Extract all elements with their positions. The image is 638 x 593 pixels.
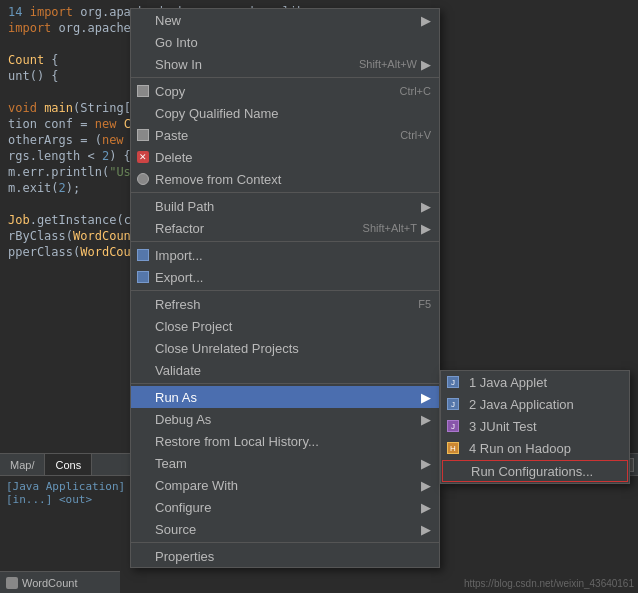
- arrow-icon: ▶: [421, 500, 431, 515]
- menu-item-label: Delete: [155, 150, 193, 165]
- menu-item-label: Refresh: [155, 297, 201, 312]
- menu-item-label: Go Into: [155, 35, 198, 50]
- menu-item-label: Copy: [155, 84, 185, 99]
- remove-icon: [135, 171, 151, 187]
- tab-console[interactable]: Cons: [45, 454, 92, 475]
- menu-item-label: Paste: [155, 128, 188, 143]
- import-icon: [135, 247, 151, 263]
- context-menu: New ▶ Go Into Show In Shift+Alt+W ▶ Copy…: [130, 8, 440, 568]
- tab-label: Cons: [55, 459, 81, 471]
- menu-item-label: Team: [155, 456, 187, 471]
- menu-item-run-hadoop[interactable]: H 4 Run on Hadoop: [441, 437, 629, 459]
- menu-item-build-path[interactable]: Build Path ▶: [131, 195, 439, 217]
- shortcut-label: Shift+Alt+W: [359, 58, 417, 70]
- menu-item-label: 1 Java Applet: [469, 375, 547, 390]
- menu-item-label: Restore from Local History...: [155, 434, 319, 449]
- menu-item-label: 3 JUnit Test: [469, 419, 537, 434]
- separator: [131, 192, 439, 193]
- arrow-icon: ▶: [421, 412, 431, 427]
- menu-item-source[interactable]: Source ▶: [131, 518, 439, 540]
- separator: [131, 241, 439, 242]
- menu-item-label: Close Unrelated Projects: [155, 341, 299, 356]
- watermark: https://blog.csdn.net/weixin_43640161: [460, 576, 638, 591]
- shortcut-label: Ctrl+C: [400, 85, 431, 97]
- tab-label: Map/: [10, 459, 34, 471]
- submenu-run-as: J 1 Java Applet J 2 Java Application J 3…: [440, 370, 630, 484]
- separator: [131, 77, 439, 78]
- project-label: WordCount: [22, 577, 77, 589]
- menu-item-copy[interactable]: Copy Ctrl+C: [131, 80, 439, 102]
- menu-item-refresh[interactable]: Refresh F5: [131, 293, 439, 315]
- menu-item-label: 4 Run on Hadoop: [469, 441, 571, 456]
- shortcut-label: F5: [418, 298, 431, 310]
- copy-icon: [135, 83, 151, 99]
- separator: [131, 290, 439, 291]
- menu-item-label: Close Project: [155, 319, 232, 334]
- menu-item-remove[interactable]: Remove from Context: [131, 168, 439, 190]
- menu-item-label: Compare With: [155, 478, 238, 493]
- menu-item-label: Copy Qualified Name: [155, 106, 279, 121]
- menu-item-run-as[interactable]: Run As ▶: [131, 386, 439, 408]
- menu-item-refactor[interactable]: Refactor Shift+Alt+T ▶: [131, 217, 439, 239]
- console-text: [in...] <out>: [6, 493, 92, 506]
- arrow-icon: ▶: [421, 390, 431, 405]
- arrow-icon: ▶: [421, 221, 431, 236]
- menu-item-label: Show In: [155, 57, 202, 72]
- menu-item-run-configurations[interactable]: Run Configurations...: [442, 460, 628, 482]
- menu-item-validate[interactable]: Validate: [131, 359, 439, 381]
- menu-item-label: Run Configurations...: [471, 464, 593, 479]
- hadoop-icon: H: [445, 440, 461, 456]
- menu-item-show-in[interactable]: Show In Shift+Alt+W ▶: [131, 53, 439, 75]
- arrow-icon: ▶: [421, 522, 431, 537]
- arrow-icon: ▶: [421, 57, 431, 72]
- tab-map[interactable]: Map/: [0, 454, 45, 475]
- menu-item-label: Remove from Context: [155, 172, 281, 187]
- menu-item-restore[interactable]: Restore from Local History...: [131, 430, 439, 452]
- menu-item-label: Refactor: [155, 221, 204, 236]
- menu-item-import[interactable]: Import...: [131, 244, 439, 266]
- menu-item-label: Run As: [155, 390, 197, 405]
- menu-item-label: Export...: [155, 270, 203, 285]
- export-icon: [135, 269, 151, 285]
- menu-item-paste[interactable]: Paste Ctrl+V: [131, 124, 439, 146]
- arrow-icon: ▶: [421, 478, 431, 493]
- separator: [131, 383, 439, 384]
- menu-item-go-into[interactable]: Go Into: [131, 31, 439, 53]
- menu-item-label: Build Path: [155, 199, 214, 214]
- menu-item-compare[interactable]: Compare With ▶: [131, 474, 439, 496]
- menu-item-debug-as[interactable]: Debug As ▶: [131, 408, 439, 430]
- arrow-icon: ▶: [421, 199, 431, 214]
- menu-item-label: Debug As: [155, 412, 211, 427]
- menu-item-team[interactable]: Team ▶: [131, 452, 439, 474]
- watermark-text: https://blog.csdn.net/weixin_43640161: [464, 578, 634, 589]
- delete-icon: ✕: [135, 149, 151, 165]
- menu-item-label: Configure: [155, 500, 211, 515]
- menu-item-label: 2 Java Application: [469, 397, 574, 412]
- menu-item-junit-test[interactable]: J 3 JUnit Test: [441, 415, 629, 437]
- menu-item-properties[interactable]: Properties: [131, 545, 439, 567]
- menu-item-new[interactable]: New ▶: [131, 9, 439, 31]
- menu-item-delete[interactable]: ✕ Delete: [131, 146, 439, 168]
- menu-item-java-application[interactable]: J 2 Java Application: [441, 393, 629, 415]
- menu-item-configure[interactable]: Configure ▶: [131, 496, 439, 518]
- java-applet-icon: J: [445, 374, 461, 390]
- arrow-icon: ▶: [421, 13, 431, 28]
- project-icon: [6, 577, 18, 589]
- menu-item-close-unrelated[interactable]: Close Unrelated Projects: [131, 337, 439, 359]
- menu-item-export[interactable]: Export...: [131, 266, 439, 288]
- shortcut-label: Shift+Alt+T: [363, 222, 417, 234]
- arrow-icon: ▶: [421, 456, 431, 471]
- menu-item-java-applet[interactable]: J 1 Java Applet: [441, 371, 629, 393]
- menu-item-label: Source: [155, 522, 196, 537]
- junit-icon: J: [445, 418, 461, 434]
- separator: [131, 542, 439, 543]
- menu-item-label: Validate: [155, 363, 201, 378]
- menu-item-label: Import...: [155, 248, 203, 263]
- menu-item-label: Properties: [155, 549, 214, 564]
- menu-item-copy-qualified[interactable]: Copy Qualified Name: [131, 102, 439, 124]
- java-app-icon: J: [445, 396, 461, 412]
- menu-item-label: New: [155, 13, 181, 28]
- menu-item-close-project[interactable]: Close Project: [131, 315, 439, 337]
- footer-project: WordCount: [0, 571, 120, 593]
- paste-icon: [135, 127, 151, 143]
